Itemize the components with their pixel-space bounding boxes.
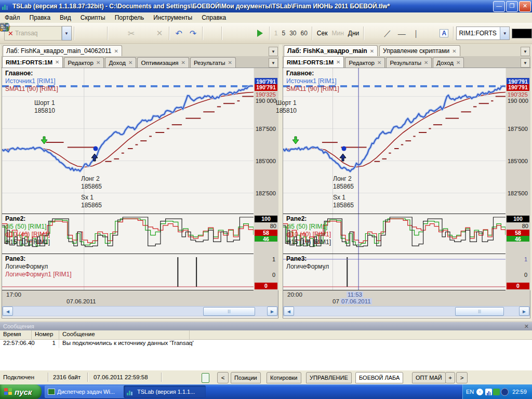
tray-green-icon[interactable] <box>493 389 500 395</box>
close-icon[interactable]: ✕ <box>181 60 185 65</box>
close-icon[interactable]: ✕ <box>370 48 374 54</box>
close-icon[interactable]: ✕ <box>55 59 59 65</box>
run-script-button[interactable] <box>254 26 267 40</box>
tab-rim1-forts-1m[interactable]: RIM1:FORTS:1M✕ <box>2 56 63 68</box>
close-icon[interactable]: ✕ <box>128 60 132 65</box>
script-scheme-button[interactable] <box>239 26 252 40</box>
period-1m-button[interactable]: 1 <box>272 30 280 37</box>
menu-portfolio[interactable]: Портфель <box>110 13 149 22</box>
tab-optimization[interactable]: Оптимизация✕ <box>137 57 189 68</box>
cursor-tool-button[interactable] <box>367 26 380 40</box>
minimize-button[interactable]: — <box>493 1 505 12</box>
close-icon[interactable]: ✕ <box>377 60 381 65</box>
copy-button[interactable] <box>111 26 124 40</box>
tab-editor[interactable]: Редактор✕ <box>64 57 104 68</box>
tray-chevron-icon[interactable]: ‹ <box>476 389 483 395</box>
tab-list-button[interactable]: ▼ <box>269 47 278 56</box>
menu-tools[interactable]: Инструменты <box>149 13 197 22</box>
left-chart-area[interactable]: Главное: Источник1 [RIM1] SMA11 (90) [RI… <box>2 68 278 318</box>
workspace-next-button[interactable]: > <box>456 372 468 383</box>
tab-list-button[interactable]: ▼ <box>269 58 278 68</box>
workspace-prev-button[interactable]: < <box>217 372 229 383</box>
transaq-dropdown[interactable]: ▼ <box>62 26 72 41</box>
tab-list-button[interactable]: ▼ <box>521 58 530 68</box>
menu-help[interactable]: Справка <box>197 13 231 22</box>
scroll-thumb[interactable]: ||| <box>455 307 504 316</box>
workspace-tab-opt-may[interactable]: ОПТ МАЙ <box>412 372 446 383</box>
unit-days-button[interactable]: Дни <box>346 30 361 37</box>
workspace-tab-positions[interactable]: Позиции <box>231 372 261 383</box>
unit-min-button[interactable]: Мин <box>329 30 345 37</box>
column-time[interactable]: Время <box>0 330 32 339</box>
redo-button[interactable]: ↷ <box>187 26 200 40</box>
close-icon[interactable]: ✕ <box>524 323 529 330</box>
instrument-combo[interactable]: RIM1:FORTS ▼ <box>456 26 510 40</box>
tab-results[interactable]: Результаты✕ <box>386 57 432 68</box>
unit-sec-button[interactable]: Сек <box>315 30 330 37</box>
save-button[interactable] <box>91 26 104 40</box>
open-file-button[interactable] <box>77 26 90 40</box>
right-chart-area[interactable]: Главное: Источник1 [RIM1] SMA11 (90) [RI… <box>283 68 530 318</box>
title-bar[interactable]: TSLab (версия 1.1.18.37:32bit) - C:\Docu… <box>0 0 532 12</box>
chart-button[interactable] <box>225 26 238 40</box>
scroll-left-button[interactable]: ◄ <box>3 307 13 316</box>
properties-button[interactable] <box>206 26 219 40</box>
chart-h-scrollbar[interactable]: ◄ ||| ► <box>2 306 278 316</box>
menu-file[interactable]: Файл <box>0 13 25 22</box>
scroll-right-button[interactable]: ► <box>267 307 277 316</box>
chart-h-scrollbar[interactable]: ◄ ||| ► <box>283 306 530 316</box>
period-30m-button[interactable]: 30 <box>287 30 298 37</box>
scroll-right-button[interactable]: ► <box>519 307 529 316</box>
vline-tool-button[interactable]: ｜ <box>409 26 422 40</box>
doc-tab-script-manager[interactable]: Управление скриптами ✕ <box>379 45 460 56</box>
doc-tab-fishka-main[interactable]: Лаб: FishKa_квадро_main ✕ <box>284 45 378 56</box>
close-icon[interactable]: ✕ <box>452 48 456 54</box>
scroll-thumb[interactable]: ||| <box>203 307 255 316</box>
close-icon[interactable]: ✕ <box>96 60 100 65</box>
paste-button[interactable] <box>139 26 152 40</box>
period-60m-button[interactable]: 60 <box>299 30 310 37</box>
taskbar-item-tslab[interactable]: TSLab (версия 1.1.1... <box>124 385 206 398</box>
cut-button[interactable]: ✂ <box>125 26 138 40</box>
close-icon[interactable]: ✕ <box>336 59 340 65</box>
menu-edit[interactable]: Правка <box>25 13 56 22</box>
close-button[interactable]: ✕ <box>519 1 531 12</box>
message-row[interactable]: 22:57:06.40 1 Вы подключились к источник… <box>0 340 532 348</box>
menu-scripts[interactable]: Скрипты <box>76 13 110 22</box>
column-message[interactable]: Сообщение <box>59 330 190 339</box>
tab-income[interactable]: Доход✕ <box>433 57 464 68</box>
menu-view[interactable]: Вид <box>55 13 76 22</box>
period-5m-button[interactable]: 5 <box>280 30 287 37</box>
tab-rim1-forts-1m[interactable]: RIM1:FORTS:1M✕ <box>283 56 344 68</box>
undo-button[interactable]: ↶ <box>172 26 185 40</box>
tab-results[interactable]: Результаты✕ <box>190 57 236 68</box>
workspace-tab-boevoy-laba[interactable]: БОЕВОЙ ЛАБА <box>355 372 403 383</box>
trendline-tool-button[interactable]: ／ <box>381 26 394 40</box>
start-button[interactable]: пуск <box>0 384 42 399</box>
fibo-tool-button[interactable] <box>423 26 436 40</box>
tray-shield-icon[interactable] <box>501 388 509 396</box>
language-indicator[interactable]: EN <box>466 389 474 395</box>
workspace-tab-management[interactable]: УПРАВЛЕНИЕ <box>306 372 352 383</box>
tray-chart-icon[interactable] <box>485 389 492 395</box>
transaq-connection-button[interactable]: ✕ Transaq <box>4 26 62 41</box>
column-number[interactable]: Номер <box>32 330 59 339</box>
workspace-add-button[interactable]: + <box>445 372 455 383</box>
taskbar-item-taskmgr[interactable]: Диспетчер задач Wi... <box>45 385 127 398</box>
doc-tab-fishka-04062011[interactable]: Лаб: FishKa_квадро_main_04062011 ✕ <box>3 45 122 56</box>
tab-income[interactable]: Доход✕ <box>105 57 136 68</box>
text-tool-button[interactable]: A <box>437 26 450 40</box>
close-icon[interactable]: ✕ <box>456 60 460 65</box>
log-icon[interactable] <box>202 373 209 383</box>
close-icon[interactable]: ✕ <box>228 60 232 65</box>
delete-button[interactable]: ✕ <box>153 26 166 40</box>
close-icon[interactable]: ✕ <box>424 60 428 65</box>
scroll-left-button[interactable]: ◄ <box>284 307 294 316</box>
workspace-tab-quotes[interactable]: Котировки <box>267 372 301 383</box>
hline-tool-button[interactable]: — <box>395 26 408 40</box>
tab-editor[interactable]: Редактор✕ <box>345 57 385 68</box>
close-icon[interactable]: ✕ <box>114 48 118 54</box>
color-swatch[interactable] <box>512 29 532 38</box>
restore-button[interactable]: ❐ <box>506 1 518 12</box>
tab-list-button[interactable]: ▼ <box>521 47 530 56</box>
